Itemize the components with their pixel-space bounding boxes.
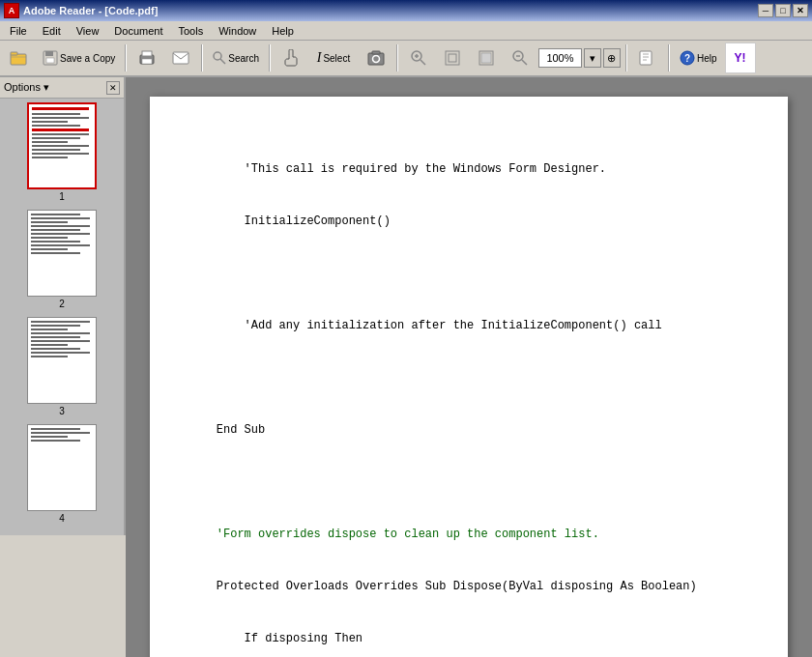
svg-rect-4 <box>46 58 54 63</box>
zoom-plus-button[interactable]: ⊕ <box>603 48 621 68</box>
toolbar: Save a Copy Search I Select ▾ <box>0 41 812 77</box>
menu-file[interactable]: File <box>2 23 35 39</box>
pdf-area[interactable]: 'This call is required by the Windows Fo… <box>126 77 812 657</box>
code-line-1: 'This call is required by the Windows Fo… <box>188 160 749 178</box>
menu-view[interactable]: View <box>69 23 107 39</box>
code-line-6: End Sub <box>188 421 749 439</box>
separator-2 <box>201 44 203 71</box>
thumbnail-label-3: 3 <box>59 406 65 416</box>
zoom-dropdown-button[interactable]: ▾ <box>584 48 601 68</box>
options-header: Options ▾ ✕ <box>0 77 124 99</box>
code-line-3 <box>188 265 749 282</box>
code-line-10: If disposing Then <box>188 630 749 647</box>
svg-line-24 <box>522 60 527 65</box>
close-button[interactable]: ✕ <box>793 4 808 17</box>
select-button[interactable]: I Select <box>309 43 358 73</box>
menu-window[interactable]: Window <box>211 23 264 39</box>
thumbnail-label-4: 4 <box>59 513 65 524</box>
code-content: 'This call is required by the Windows Fo… <box>188 126 749 657</box>
code-line-9: Protected Overloads Overrides Sub Dispos… <box>188 578 749 595</box>
yahoo-button[interactable]: Y! <box>725 43 756 73</box>
help-button[interactable]: ? Help <box>675 43 722 73</box>
code-line-4: 'Add any initialization after the Initia… <box>188 317 749 334</box>
menu-tools[interactable]: Tools <box>171 23 212 39</box>
search-button[interactable]: Search <box>208 43 264 73</box>
separator-6 <box>668 44 670 71</box>
thumbnail-image-1 <box>27 102 97 189</box>
thumbnail-page-1[interactable]: 1 <box>4 102 120 202</box>
zoom-input[interactable] <box>538 48 582 68</box>
svg-rect-25 <box>640 51 652 65</box>
thumbnail-image-3 <box>27 317 97 404</box>
code-line-5 <box>188 369 749 386</box>
maximize-button[interactable]: □ <box>775 4 791 17</box>
svg-rect-13 <box>372 51 380 54</box>
svg-text:?: ? <box>684 53 690 64</box>
menu-bar: File Edit View Document Tools Window Hel… <box>0 21 812 41</box>
thumbnail-page-4[interactable]: 4 <box>4 424 120 524</box>
email-button[interactable] <box>165 43 196 73</box>
svg-rect-21 <box>481 53 491 63</box>
svg-point-9 <box>214 52 221 60</box>
svg-rect-18 <box>446 51 459 65</box>
zoom-out-button[interactable] <box>505 43 536 73</box>
svg-rect-1 <box>11 52 17 55</box>
code-line-7 <box>188 473 749 491</box>
thumbnail-label-2: 2 <box>59 299 65 309</box>
main-area: Pages Attachments Comments Options ▾ ✕ <box>0 77 812 657</box>
app-icon: A <box>4 3 19 18</box>
zoom-in-button[interactable] <box>403 43 434 73</box>
code-line-2: InitializeComponent() <box>188 213 749 230</box>
svg-rect-3 <box>45 51 53 56</box>
window-controls: ─ □ ✕ <box>758 4 808 17</box>
snapshot-button[interactable] <box>361 43 392 73</box>
thumbnail-image-2 <box>27 210 97 297</box>
actual-size-button[interactable] <box>437 43 468 73</box>
sidebar-panel: Options ▾ ✕ <box>0 77 126 535</box>
svg-rect-8 <box>173 52 188 64</box>
options-close-button[interactable]: ✕ <box>106 81 120 95</box>
svg-rect-0 <box>11 54 26 65</box>
menu-document[interactable]: Document <box>106 23 170 39</box>
thumbnails-area[interactable]: 1 <box>0 99 124 535</box>
thumbnail-page-2[interactable]: 2 <box>4 210 120 309</box>
save-copy-button[interactable]: Save a Copy <box>38 43 120 73</box>
svg-rect-6 <box>142 51 152 56</box>
open-button[interactable] <box>4 43 35 73</box>
separator-5 <box>625 44 627 71</box>
hand-tool-button[interactable] <box>276 43 306 73</box>
svg-line-10 <box>220 59 225 64</box>
pdf-page: 'This call is required by the Windows Fo… <box>150 97 788 657</box>
fit-page-button[interactable] <box>471 43 502 73</box>
svg-rect-7 <box>142 59 152 64</box>
svg-line-17 <box>420 60 425 65</box>
thumbnail-page-3[interactable]: 3 <box>4 317 120 416</box>
thumbnail-label-1: 1 <box>59 191 65 202</box>
separator-4 <box>396 44 398 71</box>
thumbnail-image-4 <box>27 424 97 511</box>
zoom-control: ▾ ⊕ <box>538 48 621 68</box>
svg-rect-19 <box>449 54 456 62</box>
code-line-8: 'Form overrides dispose to clean up the … <box>188 526 749 543</box>
window-title: Adobe Reader - [Code.pdf] <box>23 5 758 16</box>
separator-3 <box>269 44 271 71</box>
page-nav-button[interactable] <box>632 43 663 73</box>
menu-help[interactable]: Help <box>264 23 302 39</box>
title-bar: A Adobe Reader - [Code.pdf] ─ □ ✕ <box>0 0 812 21</box>
separator-1 <box>125 44 127 71</box>
minimize-button[interactable]: ─ <box>758 4 773 17</box>
menu-edit[interactable]: Edit <box>35 23 69 39</box>
options-label[interactable]: Options ▾ <box>4 81 49 94</box>
print-button[interactable] <box>131 43 162 73</box>
